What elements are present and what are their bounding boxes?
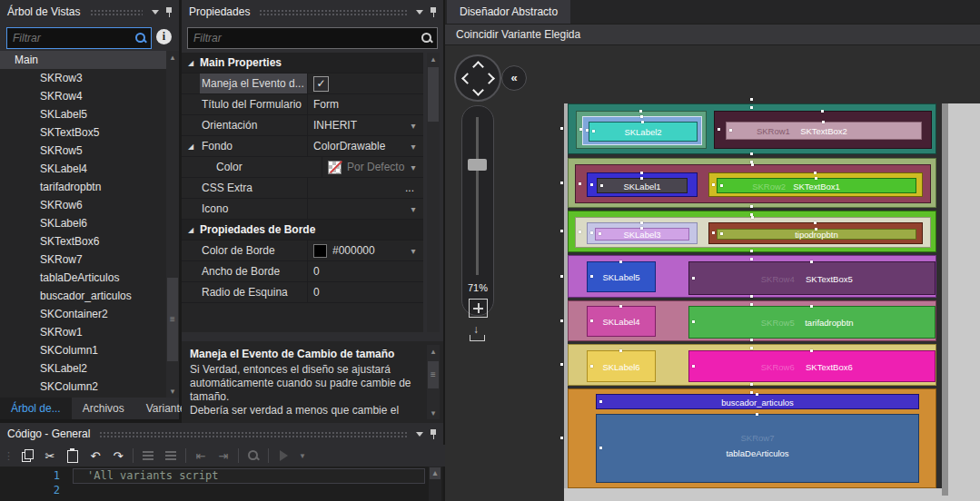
selection-handle[interactable] bbox=[579, 182, 581, 185]
selection-handle[interactable] bbox=[751, 216, 754, 219]
property-row[interactable]: Ancho de Borde0 bbox=[182, 261, 423, 282]
selection-handle[interactable] bbox=[560, 319, 563, 322]
selection-handle[interactable] bbox=[756, 413, 758, 416]
selection-handle[interactable] bbox=[592, 130, 595, 133]
selection-handle[interactable] bbox=[810, 260, 813, 263]
copy-icon[interactable] bbox=[19, 447, 35, 464]
tree-item[interactable]: SKLabel2 bbox=[0, 359, 166, 378]
property-row[interactable]: Icono▾ bbox=[182, 199, 423, 220]
selection-handle[interactable] bbox=[590, 275, 593, 278]
property-row[interactable]: Maneja el Evento d...✓ bbox=[182, 74, 423, 94]
selection-handle[interactable] bbox=[750, 339, 753, 341]
selection-handle[interactable] bbox=[750, 161, 753, 163]
checkbox-checked-icon[interactable]: ✓ bbox=[313, 76, 329, 92]
dropdown-arrow-icon[interactable]: ▾ bbox=[407, 162, 420, 172]
selection-handle[interactable] bbox=[750, 205, 753, 208]
af-container[interactable]: SKColumn3SKLabel1 bbox=[587, 172, 698, 197]
property-row[interactable]: CSS Extra... bbox=[182, 178, 423, 199]
scroll-thumb[interactable]: ▴ bbox=[430, 467, 441, 479]
selection-handle[interactable] bbox=[750, 258, 753, 260]
code-line[interactable]: 2 bbox=[0, 483, 431, 497]
editor-scrollbar[interactable]: ▴ bbox=[429, 467, 441, 501]
selection-handle[interactable] bbox=[750, 213, 753, 216]
af-view-SKTextBox1[interactable]: SKRow2SKTextBox1 bbox=[717, 178, 916, 193]
info-icon[interactable]: i bbox=[156, 29, 172, 44]
property-row[interactable]: ColorPor Defecto▾ bbox=[182, 157, 423, 178]
chevron-down-icon[interactable]: ▾ bbox=[298, 447, 307, 464]
search-icon[interactable] bbox=[134, 31, 148, 45]
tree-item[interactable]: SKTextBox5 bbox=[0, 123, 166, 142]
af-row[interactable]: SKLabel4SKRow5tarifadropbtn bbox=[568, 300, 936, 341]
selection-handle[interactable] bbox=[599, 447, 602, 449]
selection-handle[interactable] bbox=[560, 230, 563, 232]
selection-handle[interactable] bbox=[729, 129, 732, 132]
tree-item[interactable]: tablaDeArticulos bbox=[0, 269, 166, 287]
selection-handle[interactable] bbox=[712, 231, 715, 234]
af-view-SKLabel2[interactable]: SKLabel2 bbox=[589, 122, 698, 142]
af-container[interactable]: SKLabel3tipodropbtn bbox=[575, 217, 931, 248]
af-container[interactable]: SKColumn3SKLabel1SKRow2SKTextBox1 bbox=[575, 164, 931, 203]
chevron-down-icon[interactable] bbox=[416, 432, 423, 437]
af-row[interactable]: SKLabel3tipodropbtn bbox=[568, 211, 936, 252]
selection-handle[interactable] bbox=[640, 221, 643, 224]
selection-handle[interactable] bbox=[619, 349, 622, 352]
selection-handle[interactable] bbox=[560, 127, 563, 130]
selection-handle[interactable] bbox=[750, 250, 753, 252]
selection-handle[interactable] bbox=[590, 365, 593, 368]
designer-canvas[interactable]: SKColumn1SKLabel2SKRow1SKTextBox2SKColum… bbox=[445, 45, 980, 501]
selection-handle[interactable] bbox=[814, 172, 817, 174]
selection-handle[interactable] bbox=[750, 303, 753, 306]
scroll-up-icon[interactable]: ▴ bbox=[166, 51, 179, 64]
af-row[interactable]: SKColumn1SKLabel2SKRow1SKTextBox2 bbox=[568, 103, 936, 154]
scroll-thumb[interactable]: ≡ bbox=[167, 278, 178, 361]
property-row[interactable]: Radio de Esquina0 bbox=[182, 282, 423, 303]
outdent-icon[interactable]: ⇤ bbox=[193, 447, 209, 464]
selection-handle[interactable] bbox=[821, 110, 824, 113]
af-row[interactable]: SKLabel5SKRow4SKTextBox5 bbox=[568, 255, 936, 298]
code-line[interactable]: 1'All variants script bbox=[0, 468, 431, 483]
scroll-down-icon[interactable]: ▾ bbox=[166, 385, 179, 398]
paste-icon[interactable] bbox=[64, 447, 81, 464]
property-row[interactable]: Título del FormularioForm bbox=[182, 94, 423, 115]
comment-icon[interactable] bbox=[140, 447, 156, 464]
selection-handle[interactable] bbox=[590, 231, 593, 234]
selection-handle[interactable] bbox=[590, 319, 593, 322]
selection-handle[interactable] bbox=[639, 110, 642, 113]
zoom-track[interactable] bbox=[476, 117, 479, 275]
selection-handle[interactable] bbox=[750, 152, 753, 155]
indent-icon[interactable]: ⇥ bbox=[215, 447, 232, 464]
selection-handle[interactable] bbox=[814, 221, 817, 224]
af-container[interactable]: SKRow1SKTextBox2 bbox=[714, 111, 932, 149]
selection-handle[interactable] bbox=[692, 320, 695, 323]
view-tree-filter-input[interactable] bbox=[7, 28, 134, 48]
selection-handle[interactable] bbox=[750, 98, 753, 101]
pan-right-icon[interactable] bbox=[483, 73, 495, 84]
af-container[interactable]: SKLabel3 bbox=[587, 222, 698, 244]
property-row[interactable]: ◢FondoColorDrawable▾ bbox=[182, 136, 423, 157]
undo-icon[interactable]: ↶ bbox=[87, 447, 104, 464]
af-view-tarifadropbtn[interactable]: SKRow5tarifadropbtn bbox=[688, 306, 935, 339]
pan-up-icon[interactable] bbox=[472, 61, 484, 73]
selection-handle[interactable] bbox=[750, 295, 753, 298]
pan-dpad[interactable] bbox=[454, 54, 501, 102]
collapse-button[interactable]: « bbox=[501, 65, 527, 91]
tab-archivos[interactable]: Archivos bbox=[72, 398, 135, 419]
selection-handle[interactable] bbox=[599, 232, 601, 235]
property-section[interactable]: ◢Propiedades de Borde bbox=[182, 220, 423, 241]
view-tree-scrollbar[interactable]: ▴ ≡ ▾ bbox=[166, 51, 179, 398]
selection-handle[interactable] bbox=[599, 400, 602, 403]
selection-handle[interactable] bbox=[560, 363, 563, 366]
tree-item[interactable]: SKLabel5 bbox=[0, 105, 166, 123]
tree-item[interactable]: SKLabel6 bbox=[0, 214, 166, 232]
af-container[interactable]: tipodropbtn bbox=[708, 222, 923, 244]
selection-handle[interactable] bbox=[750, 347, 753, 349]
selection-handle[interactable] bbox=[692, 277, 695, 280]
af-view-buscador_articulos[interactable]: buscador_articulos bbox=[596, 394, 919, 409]
dropdown-arrow-icon[interactable]: ▾ bbox=[407, 204, 420, 214]
af-view-SKLabel5[interactable]: SKLabel5 bbox=[587, 261, 656, 292]
af-container[interactable]: SKColumn1SKLabel2 bbox=[582, 116, 702, 145]
selection-handle[interactable] bbox=[560, 275, 563, 278]
chevron-down-icon[interactable] bbox=[152, 10, 159, 15]
selection-handle[interactable] bbox=[600, 184, 603, 187]
af-view-SKTextBox6[interactable]: SKRow6SKTextBox6 bbox=[688, 350, 935, 382]
